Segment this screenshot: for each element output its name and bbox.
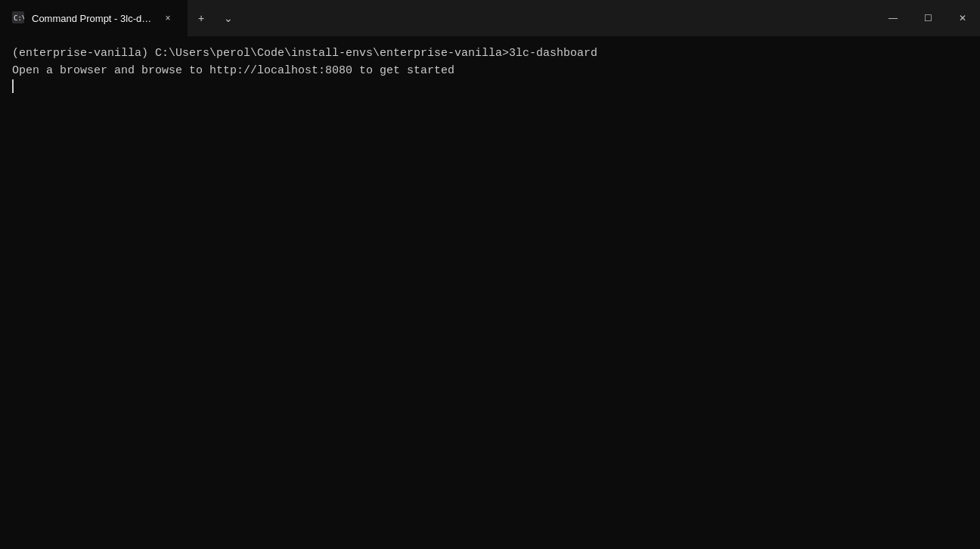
new-tab-button[interactable]: + (188, 5, 215, 32)
terminal-content[interactable]: (enterprise-vanilla) C:\Users\perol\Code… (0, 36, 980, 549)
active-tab[interactable]: C:\ Command Prompt - 3lc-dasht × (0, 0, 188, 36)
terminal-window: C:\ Command Prompt - 3lc-dasht × + ⌄ — ☐… (0, 0, 980, 549)
titlebar-left: C:\ Command Prompt - 3lc-dasht × + ⌄ (0, 0, 242, 36)
terminal-cursor-line (12, 79, 968, 93)
svg-text:C:\: C:\ (14, 14, 24, 22)
tab-dropdown-button[interactable]: ⌄ (215, 5, 242, 32)
maximize-button[interactable]: ☐ (910, 0, 945, 36)
terminal-line-2: Open a browser and browse to http://loca… (12, 63, 968, 80)
minimize-button[interactable]: — (876, 0, 910, 36)
cmd-icon: C:\ (12, 11, 24, 26)
terminal-line-1: (enterprise-vanilla) C:\Users\perol\Code… (12, 45, 968, 63)
tab-close-button[interactable]: × (160, 11, 175, 26)
close-button[interactable]: ✕ (945, 0, 980, 36)
tab-label: Command Prompt - 3lc-dasht (32, 13, 153, 24)
window-controls: — ☐ ✕ (876, 0, 980, 36)
terminal-cursor (12, 79, 14, 93)
titlebar: C:\ Command Prompt - 3lc-dasht × + ⌄ — ☐… (0, 0, 980, 36)
